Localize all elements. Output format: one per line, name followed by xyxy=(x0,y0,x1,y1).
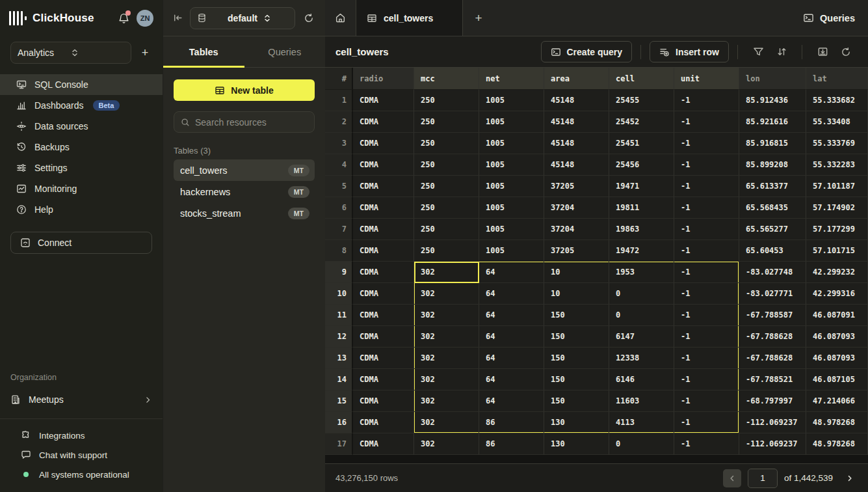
home-icon[interactable] xyxy=(325,0,356,36)
grid-cell[interactable]: -1 xyxy=(674,369,739,390)
grid-cell[interactable]: 25455 xyxy=(609,90,674,111)
grid-cell[interactable]: CDMA xyxy=(353,326,414,348)
table-list-item-cell-towers[interactable]: cell_towers MT xyxy=(174,159,315,181)
collapse-panel-icon[interactable] xyxy=(172,12,183,23)
grid-cell[interactable]: 57.174902 xyxy=(806,197,868,219)
grid-cell[interactable]: 57.101715 xyxy=(806,240,868,262)
grid-cell[interactable]: CDMA xyxy=(353,283,414,305)
grid-cell[interactable]: 1005 xyxy=(479,90,544,111)
grid-cell[interactable]: 46.087093 xyxy=(806,348,868,369)
avatar[interactable]: ZN xyxy=(137,10,153,27)
page-number-input[interactable] xyxy=(748,469,778,488)
grid-cell[interactable]: 0 xyxy=(609,433,674,455)
grid-cell[interactable]: 302 xyxy=(414,305,479,326)
grid-cell[interactable]: 1005 xyxy=(479,111,544,133)
grid-cell[interactable]: 42.299316 xyxy=(806,283,868,305)
workspace-select[interactable]: Analytics xyxy=(10,42,131,64)
sort-icon[interactable] xyxy=(772,42,791,62)
grid-cell[interactable]: CDMA xyxy=(353,240,414,262)
grid-cell[interactable]: CDMA xyxy=(353,133,414,154)
row-number[interactable]: 9 xyxy=(325,262,353,283)
row-number[interactable]: 10 xyxy=(325,283,353,305)
next-page-button[interactable] xyxy=(842,471,858,486)
grid-cell[interactable]: CDMA xyxy=(353,390,414,412)
grid-cell[interactable]: -67.788521 xyxy=(739,369,806,390)
grid-cell[interactable]: 55.333769 xyxy=(806,133,868,154)
grid-cell[interactable]: 25451 xyxy=(609,133,674,154)
grid-cell[interactable]: 42.299232 xyxy=(806,262,868,283)
row-number[interactable]: 13 xyxy=(325,348,353,369)
grid-cell[interactable]: 64 xyxy=(479,262,544,283)
grid-cell[interactable]: 150 xyxy=(544,390,609,412)
grid-cell[interactable]: 10 xyxy=(544,262,609,283)
create-query-button[interactable]: Create query xyxy=(541,41,633,62)
grid-cell[interactable]: 302 xyxy=(414,262,479,283)
row-number[interactable]: 5 xyxy=(325,176,353,197)
queries-button[interactable]: Queries xyxy=(790,0,868,36)
grid-cell[interactable]: CDMA xyxy=(353,219,414,240)
grid-cell[interactable]: 250 xyxy=(414,133,479,154)
grid-cell[interactable]: -1 xyxy=(674,283,739,305)
grid-cell[interactable]: 37205 xyxy=(544,240,609,262)
grid-cell[interactable]: 64 xyxy=(479,283,544,305)
grid-cell[interactable]: 65.613377 xyxy=(739,176,806,197)
grid-cell[interactable]: 1005 xyxy=(479,176,544,197)
grid-cell[interactable]: 85.921616 xyxy=(739,111,806,133)
column-header[interactable]: mcc xyxy=(414,68,479,90)
grid-cell[interactable]: 57.101187 xyxy=(806,176,868,197)
grid-cell[interactable]: 86 xyxy=(479,433,544,455)
grid-cell[interactable]: -112.069237 xyxy=(739,433,806,455)
sidebar-item-monitoring[interactable]: Monitoring xyxy=(0,178,163,199)
tab-tables[interactable]: Tables xyxy=(163,36,244,67)
download-icon[interactable] xyxy=(813,42,832,62)
grid-cell[interactable]: 55.33408 xyxy=(806,111,868,133)
column-header[interactable]: area xyxy=(544,68,609,90)
grid-cell[interactable]: 1005 xyxy=(479,133,544,154)
grid-cell[interactable]: -1 xyxy=(674,197,739,219)
grid-cell[interactable]: 19811 xyxy=(609,197,674,219)
table-list-item-stocks-stream[interactable]: stocks_stream MT xyxy=(174,202,315,224)
grid-cell[interactable]: 64 xyxy=(479,326,544,348)
grid-cell[interactable]: CDMA xyxy=(353,176,414,197)
grid-cell[interactable]: 65.565277 xyxy=(739,219,806,240)
grid-cell[interactable]: 57.177299 xyxy=(806,219,868,240)
row-number[interactable]: 15 xyxy=(325,390,353,412)
grid-cell[interactable]: CDMA xyxy=(353,433,414,455)
grid-cell[interactable]: 85.916815 xyxy=(739,133,806,154)
column-header[interactable]: lat xyxy=(806,68,868,90)
grid-cell[interactable]: 250 xyxy=(414,154,479,176)
grid-cell[interactable]: 64 xyxy=(479,369,544,390)
column-header[interactable]: unit xyxy=(674,68,739,90)
grid-cell[interactable]: 45148 xyxy=(544,133,609,154)
column-header[interactable]: radio xyxy=(353,68,414,90)
new-tab-button[interactable]: + xyxy=(463,0,494,36)
insert-row-button[interactable]: Insert row xyxy=(650,41,729,62)
grid-cell[interactable]: 6146 xyxy=(609,369,674,390)
grid-cell[interactable]: 0 xyxy=(609,305,674,326)
grid-cell[interactable]: 150 xyxy=(544,326,609,348)
row-number[interactable]: 4 xyxy=(325,154,353,176)
grid-cell[interactable]: CDMA xyxy=(353,111,414,133)
grid-cell[interactable]: 86 xyxy=(479,412,544,433)
row-number[interactable]: 11 xyxy=(325,305,353,326)
grid-cell[interactable]: 250 xyxy=(414,197,479,219)
row-number[interactable]: 17 xyxy=(325,433,353,455)
grid-cell[interactable]: 302 xyxy=(414,412,479,433)
grid-cell[interactable]: 0 xyxy=(609,283,674,305)
row-number[interactable]: 7 xyxy=(325,219,353,240)
column-header[interactable]: cell xyxy=(609,68,674,90)
grid-cell[interactable]: 302 xyxy=(414,433,479,455)
row-number[interactable]: 14 xyxy=(325,369,353,390)
grid-cell[interactable]: 250 xyxy=(414,90,479,111)
row-number[interactable]: 16 xyxy=(325,412,353,433)
grid-cell[interactable]: -1 xyxy=(674,240,739,262)
grid-cell[interactable]: 1005 xyxy=(479,219,544,240)
grid-cell[interactable]: 130 xyxy=(544,412,609,433)
grid-cell[interactable]: -1 xyxy=(674,219,739,240)
column-header[interactable]: # xyxy=(325,68,353,90)
grid-cell[interactable]: -67.788628 xyxy=(739,326,806,348)
grid-cell[interactable]: 55.332283 xyxy=(806,154,868,176)
grid-cell[interactable]: -83.027748 xyxy=(739,262,806,283)
grid-cell[interactable]: 37204 xyxy=(544,197,609,219)
grid-cell[interactable]: 85.899208 xyxy=(739,154,806,176)
